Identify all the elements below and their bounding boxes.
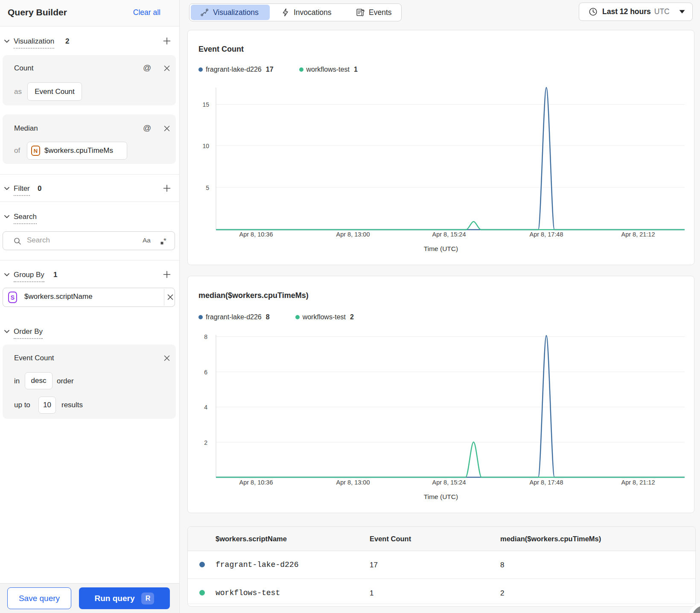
svg-text:5: 5 <box>206 184 209 191</box>
svg-text:Time (UTC): Time (UTC) <box>424 245 458 252</box>
svg-text:4: 4 <box>204 404 207 411</box>
svg-text:6: 6 <box>204 369 207 376</box>
svg-text:Apr 8, 13:00: Apr 8, 13:00 <box>336 479 370 486</box>
svg-text:10: 10 <box>202 143 209 149</box>
svg-text:2: 2 <box>204 439 207 446</box>
svg-text:Apr 8, 21:12: Apr 8, 21:12 <box>621 479 655 486</box>
svg-text:Apr 8, 17:48: Apr 8, 17:48 <box>530 479 563 486</box>
svg-text:Apr 8, 15:24: Apr 8, 15:24 <box>432 479 466 486</box>
svg-text:Apr 8, 10:36: Apr 8, 10:36 <box>239 479 273 486</box>
svg-text:Apr 8, 17:48: Apr 8, 17:48 <box>530 231 563 238</box>
svg-text:Time (UTC): Time (UTC) <box>424 493 458 500</box>
svg-text:Apr 8, 21:12: Apr 8, 21:12 <box>621 231 655 238</box>
svg-text:8: 8 <box>204 333 207 340</box>
svg-text:*: * <box>163 237 166 245</box>
svg-text:Apr 8, 15:24: Apr 8, 15:24 <box>432 231 466 238</box>
svg-text:Apr 8, 13:00: Apr 8, 13:00 <box>336 231 370 238</box>
svg-text:Apr 8, 10:36: Apr 8, 10:36 <box>239 231 273 238</box>
svg-text:15: 15 <box>202 101 209 108</box>
